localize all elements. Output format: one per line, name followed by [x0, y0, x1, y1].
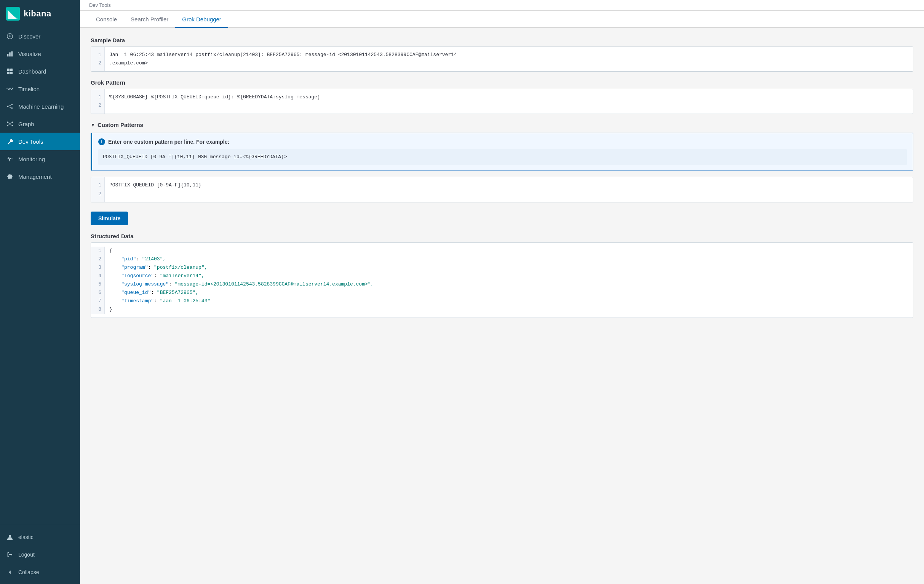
sample-data-editor[interactable]: 12 Jan 1 06:25:43 mailserver14 postfix/c…: [91, 46, 913, 72]
wrench-icon: [6, 137, 14, 145]
sidebar-item-label: elastic: [18, 534, 33, 540]
line-content: "pid": "21403",: [105, 255, 913, 263]
sidebar-item-machine-learning[interactable]: Machine Learning: [0, 98, 80, 115]
sidebar-bottom: elastic Logout Collapse: [0, 525, 80, 584]
tab-grok-debugger[interactable]: Grok Debugger: [175, 11, 228, 28]
svg-line-23: [8, 122, 10, 124]
sidebar-item-collapse[interactable]: Collapse: [0, 563, 80, 581]
svg-point-20: [12, 122, 13, 123]
info-box-title-text: Enter one custom pattern per line. For e…: [108, 139, 229, 145]
svg-rect-11: [7, 72, 10, 74]
user-icon: [6, 533, 14, 541]
custom-patterns-label: Custom Patterns: [97, 122, 143, 128]
line-content: }: [105, 305, 913, 314]
content-area: Sample Data 12 Jan 1 06:25:43 mailserver…: [80, 28, 924, 584]
custom-patterns-info-box: i Enter one custom pattern per line. For…: [91, 133, 913, 171]
sidebar-item-graph[interactable]: Graph: [0, 115, 80, 133]
line-content: "program": "postfix/cleanup",: [105, 263, 913, 272]
svg-rect-9: [7, 69, 10, 71]
main-content: Dev Tools ConsoleSearch ProfilerGrok Deb…: [80, 0, 924, 584]
structured-data-block: 1{2 "pid": "21403",3 "program": "postfix…: [91, 243, 913, 318]
table-row: 6 "queue_id": "BEF25A72965",: [91, 289, 913, 297]
sidebar-item-label: Dev Tools: [18, 138, 43, 145]
tab-console[interactable]: Console: [89, 11, 124, 28]
line-number: 5: [91, 280, 105, 289]
line-number: 6: [91, 289, 105, 297]
svg-line-25: [8, 124, 10, 126]
kibana-logo-icon: [6, 7, 20, 21]
sidebar-item-discover[interactable]: Discover: [0, 27, 80, 45]
svg-point-18: [9, 123, 11, 125]
svg-line-24: [11, 122, 12, 124]
grid-icon: [6, 68, 14, 75]
sidebar-item-label: Dashboard: [18, 68, 46, 75]
svg-rect-7: [9, 52, 11, 56]
line-number: 2: [91, 255, 105, 263]
grok-pattern-content[interactable]: %{SYSLOGBASE} %{POSTFIX_QUEUEID:queue_id…: [105, 89, 913, 114]
collapse-arrow-icon: ▼: [91, 122, 95, 128]
table-row: 3 "program": "postfix/cleanup",: [91, 263, 913, 272]
table-row: 1{: [91, 247, 913, 255]
svg-rect-10: [10, 69, 13, 71]
sidebar-item-label: Logout: [18, 552, 35, 558]
line-content: {: [105, 247, 913, 255]
tabs-bar: ConsoleSearch ProfilerGrok Debugger: [80, 11, 924, 28]
line-number: 8: [91, 305, 105, 314]
svg-line-16: [8, 105, 11, 106]
svg-point-14: [12, 104, 13, 106]
custom-patterns-editor[interactable]: 12 POSTFIX_QUEUEID [0-9A-F]{10,11}: [91, 177, 913, 202]
sidebar-item-label: Graph: [18, 121, 34, 127]
line-content: "timestamp": "Jan 1 06:25:43": [105, 297, 913, 305]
svg-point-21: [7, 125, 8, 127]
sidebar-item-label: Machine Learning: [18, 103, 64, 110]
sample-data-content[interactable]: Jan 1 06:25:43 mailserver14 postfix/clea…: [105, 47, 913, 71]
sample-data-line-numbers: 12: [91, 47, 105, 71]
custom-patterns-line-numbers: 12: [91, 177, 105, 202]
svg-rect-12: [10, 72, 13, 74]
sidebar-item-user[interactable]: elastic: [0, 528, 80, 546]
sidebar-logo: kibana: [0, 0, 80, 27]
table-row: 4 "logsource": "mailserver14",: [91, 272, 913, 280]
info-box-title: i Enter one custom pattern per line. For…: [98, 138, 907, 145]
sample-data-label: Sample Data: [91, 37, 913, 43]
sidebar-item-monitoring[interactable]: Monitoring: [0, 150, 80, 168]
custom-patterns-header[interactable]: ▼ Custom Patterns: [91, 122, 913, 128]
table-row: 2 "pid": "21403",: [91, 255, 913, 263]
sidebar-item-label: Visualize: [18, 51, 41, 57]
svg-rect-6: [7, 54, 9, 56]
sidebar-item-label: Monitoring: [18, 156, 45, 162]
svg-line-26: [11, 124, 12, 126]
grok-pattern-label: Grok Pattern: [91, 79, 913, 86]
svg-point-22: [12, 125, 13, 127]
gear-icon: [6, 173, 14, 180]
grok-pattern-editor[interactable]: 12 %{SYSLOGBASE} %{POSTFIX_QUEUEID:queue…: [91, 89, 913, 114]
sidebar-item-logout[interactable]: Logout: [0, 546, 80, 563]
simulate-button[interactable]: Simulate: [91, 212, 128, 225]
sidebar-item-timelion[interactable]: Timelion: [0, 80, 80, 98]
sidebar-item-label: Collapse: [18, 569, 39, 575]
info-example-content: POSTFIX_QUEUEID [0-9A-F]{10,11} MSG mess…: [98, 149, 907, 165]
info-icon: i: [98, 138, 105, 145]
table-row: 8}: [91, 305, 913, 314]
sidebar-item-management[interactable]: Management: [0, 168, 80, 185]
line-number: 4: [91, 272, 105, 280]
grok-pattern-line-numbers: 12: [91, 89, 105, 114]
custom-patterns-content[interactable]: POSTFIX_QUEUEID [0-9A-F]{10,11}: [105, 177, 913, 202]
svg-point-19: [7, 122, 8, 123]
chevron-left-icon: [6, 568, 14, 576]
wave-icon: [6, 85, 14, 93]
svg-rect-8: [12, 51, 13, 57]
sidebar-item-visualize[interactable]: Visualize: [0, 45, 80, 63]
sidebar: kibana Discover Visualize Dashboard Time…: [0, 0, 80, 584]
graph-icon: [6, 120, 14, 128]
ml-icon: [6, 103, 14, 110]
sidebar-item-dashboard[interactable]: Dashboard: [0, 63, 80, 80]
line-number: 3: [91, 263, 105, 272]
tab-search-profiler[interactable]: Search Profiler: [124, 11, 175, 28]
sidebar-item-dev-tools[interactable]: Dev Tools: [0, 133, 80, 150]
structured-data-label: Structured Data: [91, 233, 913, 239]
svg-line-17: [8, 107, 11, 108]
sidebar-item-label: Management: [18, 174, 52, 180]
logout-icon: [6, 551, 14, 558]
kibana-wordmark: kibana: [24, 9, 51, 19]
